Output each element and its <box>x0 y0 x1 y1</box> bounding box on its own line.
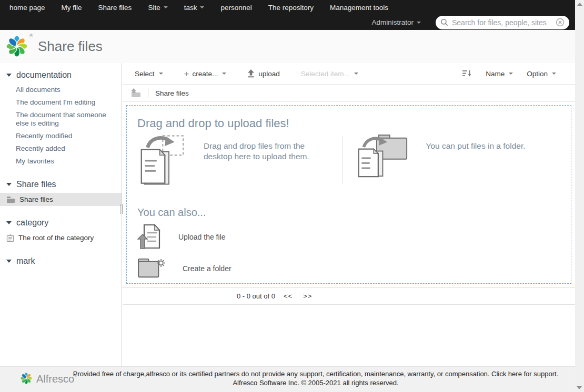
document-toolbar: Select +create... upload Selected item..… <box>123 63 575 85</box>
nav-item-personnel[interactable]: personnel <box>220 4 251 12</box>
section-title: documentation <box>16 70 72 80</box>
section-title: category <box>16 218 48 228</box>
tree-node-category-root[interactable]: The root of the category <box>0 231 122 244</box>
upload-file-action[interactable]: Upload the file <box>137 224 560 250</box>
collapse-triangle-icon <box>6 183 12 186</box>
section-header-mark[interactable]: mark <box>0 256 122 266</box>
search-box <box>436 16 569 29</box>
nav-user-row: Administrator <box>0 15 575 30</box>
dropzone-drag-column: Drag and drop files from the desktop her… <box>137 134 343 187</box>
tree-node-label: The root of the category <box>18 234 94 242</box>
breadcrumb-divider <box>148 88 148 98</box>
options-button[interactable]: Option <box>527 70 556 78</box>
plus-icon: + <box>184 69 189 78</box>
selected-items-label: Selected item... <box>301 70 350 78</box>
footer-alfresco-logo: Alfresco ® <box>20 372 77 386</box>
pagination-range: 0 - 0 out of 0 <box>237 292 275 300</box>
breadcrumb-current[interactable]: Share files <box>155 89 189 97</box>
chevron-down-icon <box>552 73 556 75</box>
sidebar-resize-grip[interactable] <box>120 204 123 214</box>
page-header: ® Share files <box>0 30 575 63</box>
search-icon[interactable] <box>440 18 448 26</box>
footer-text: Provided free of charge,alfresco or its … <box>0 367 575 387</box>
support-link[interactable]: Click here for support. <box>491 370 558 378</box>
chevron-down-icon <box>417 22 421 24</box>
search-input[interactable] <box>452 18 556 27</box>
drag-hint-text: Drag and drop files from the desktop her… <box>204 141 335 162</box>
new-folder-icon <box>137 257 166 280</box>
registered-mark: ® <box>74 373 77 378</box>
nav-item-management-tools[interactable]: Management tools <box>330 4 388 12</box>
folder-icon <box>6 196 15 203</box>
collapse-triangle-icon <box>6 74 12 77</box>
sidebar: documentation All documents The document… <box>0 63 122 366</box>
clear-search-icon[interactable] <box>556 18 565 27</box>
nav-item-home-page[interactable]: home page <box>9 4 45 12</box>
toolbar-left-group: Select +create... upload Selected item..… <box>135 69 358 78</box>
upload-file-icon <box>137 224 162 250</box>
scrollbar-down-arrow-icon[interactable] <box>577 386 582 389</box>
user-menu-label: Administrator <box>371 18 414 26</box>
sort-field-button[interactable]: Name <box>486 70 513 78</box>
filter-recently-added[interactable]: Recently added <box>0 142 122 155</box>
footer-copyright: Alfresco Software Inc. © 2005-2021 all r… <box>56 378 575 387</box>
create-label: create... <box>192 70 218 78</box>
footer-disclaimer: Provided free of charge,alfresco or its … <box>73 370 490 378</box>
filter-my-favorites[interactable]: My favorites <box>0 155 122 168</box>
chevron-down-icon <box>222 73 226 75</box>
chevron-down-icon <box>509 73 513 75</box>
pagination-next-button[interactable]: >> <box>303 292 312 300</box>
collapse-triangle-icon <box>6 221 12 224</box>
section-header-share-files[interactable]: Share files <box>0 180 122 189</box>
nav-item-site-label: Site <box>148 4 160 12</box>
page-title: Share files <box>38 38 103 55</box>
create-button[interactable]: +create... <box>184 69 227 78</box>
sort-order-icon[interactable] <box>462 70 472 77</box>
chevron-down-icon <box>200 6 204 8</box>
create-folder-label: Create a folder <box>183 264 231 273</box>
sidebar-section-documentation: documentation All documents The document… <box>0 70 122 168</box>
alfresco-flower-icon <box>5 35 28 58</box>
nav-item-task[interactable]: task <box>184 4 205 12</box>
filter-recently-modified[interactable]: Recently modified <box>0 130 122 142</box>
you-can-also-title: You can also... <box>137 207 560 219</box>
pagination-prev-button[interactable]: << <box>284 292 293 300</box>
dropzone-columns: Drag and drop files from the desktop her… <box>137 134 560 187</box>
file-to-folder-illustration-icon <box>356 134 408 179</box>
chevron-down-icon <box>159 73 163 75</box>
filter-others-editing[interactable]: The document that someone else is editin… <box>0 109 122 130</box>
top-navbar: home page My file Share files Site task … <box>0 0 575 30</box>
tree-node-label: Share files <box>19 195 53 203</box>
nav-item-site[interactable]: Site <box>148 4 167 12</box>
select-button[interactable]: Select <box>135 70 163 78</box>
user-menu[interactable]: Administrator <box>371 18 421 26</box>
nav-item-share-files[interactable]: Share files <box>98 4 132 12</box>
upload-button[interactable]: upload <box>247 69 280 78</box>
category-icon <box>6 234 14 242</box>
dropzone-folder-column: You can put files in a folder. <box>343 134 561 187</box>
filter-im-editing[interactable]: The document I'm editing <box>0 96 122 109</box>
nav-item-my-file[interactable]: My file <box>62 4 82 12</box>
registered-mark: ® <box>29 33 33 38</box>
upload-label: upload <box>258 70 280 78</box>
chevron-down-icon <box>354 73 358 75</box>
scrollbar-up-arrow-icon[interactable] <box>577 3 582 6</box>
selected-items-button[interactable]: Selected item... <box>301 70 358 78</box>
filter-all-documents[interactable]: All documents <box>0 84 122 96</box>
create-folder-action[interactable]: Create a folder <box>137 255 560 282</box>
breadcrumb: Share files <box>123 85 575 102</box>
section-header-category[interactable]: category <box>0 218 122 228</box>
section-header-documentation[interactable]: documentation <box>0 70 122 80</box>
page-scrollbar[interactable] <box>575 0 584 392</box>
page-footer: Alfresco ® Provided free of charge,alfre… <box>0 366 575 392</box>
tree-node-share-files[interactable]: Share files <box>0 193 122 206</box>
sidebar-section-category: category The root of the category <box>0 218 122 244</box>
folder-up-icon[interactable] <box>130 88 141 98</box>
footer-disclaimer-line: Provided free of charge,alfresco or its … <box>56 369 575 378</box>
sidebar-section-mark: mark <box>0 256 122 266</box>
alfresco-logo[interactable]: ® <box>5 35 36 59</box>
sort-field-label: Name <box>486 70 505 78</box>
chevron-down-icon <box>164 6 168 8</box>
upload-file-label: Upload the file <box>178 233 226 241</box>
nav-item-repository[interactable]: The repository <box>268 4 314 12</box>
